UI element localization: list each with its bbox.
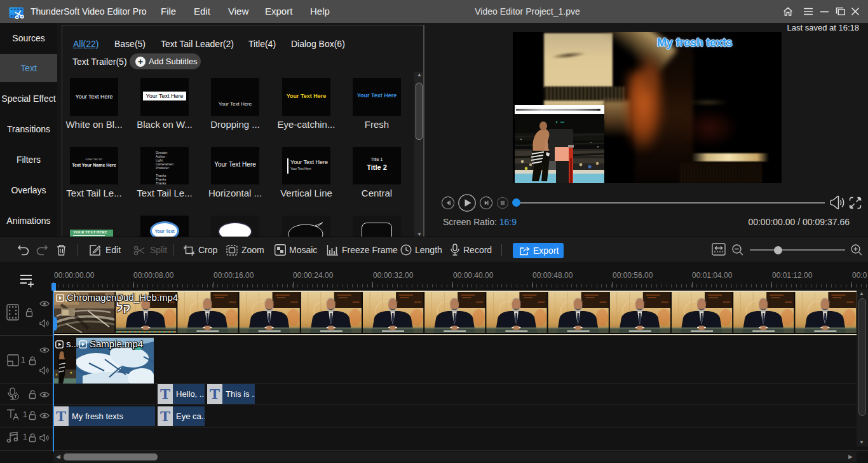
svg-text:קל: קל: [116, 301, 130, 314]
